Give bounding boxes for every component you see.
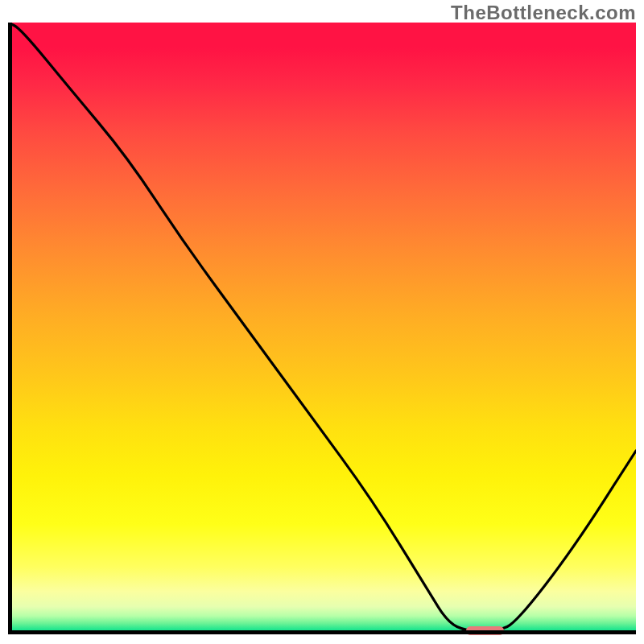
bottleneck-chart: TheBottleneck.com [0,0,644,644]
watermark-text: TheBottleneck.com [451,2,636,24]
optimal-marker [466,626,504,635]
bottleneck-curve [8,23,636,634]
plot-area [8,23,636,634]
